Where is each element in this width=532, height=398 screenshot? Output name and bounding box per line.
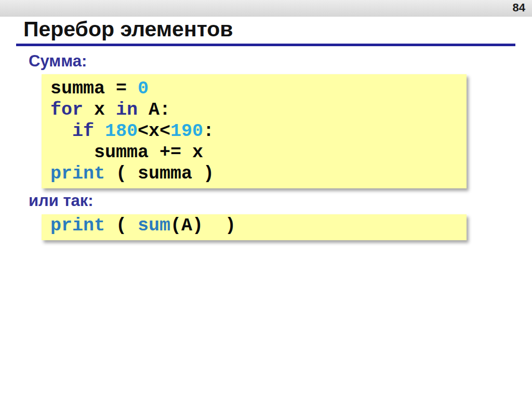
slide-title: Перебор элементов xyxy=(23,17,233,42)
slide: 84 Перебор элементов Сумма: summa = 0 fo… xyxy=(0,0,532,398)
slide-top-bar: 84 xyxy=(0,0,532,17)
code-block-sum-builtin: print ( sum(A) ) xyxy=(42,214,467,240)
section-label-summa: Сумма: xyxy=(29,52,87,71)
code-block-sum-loop: summa = 0 for x in A: if 180<x<190: summ… xyxy=(42,74,467,188)
title-underline xyxy=(16,44,515,46)
section-label-or-so: или так: xyxy=(29,191,94,210)
page-number: 84 xyxy=(513,1,525,15)
